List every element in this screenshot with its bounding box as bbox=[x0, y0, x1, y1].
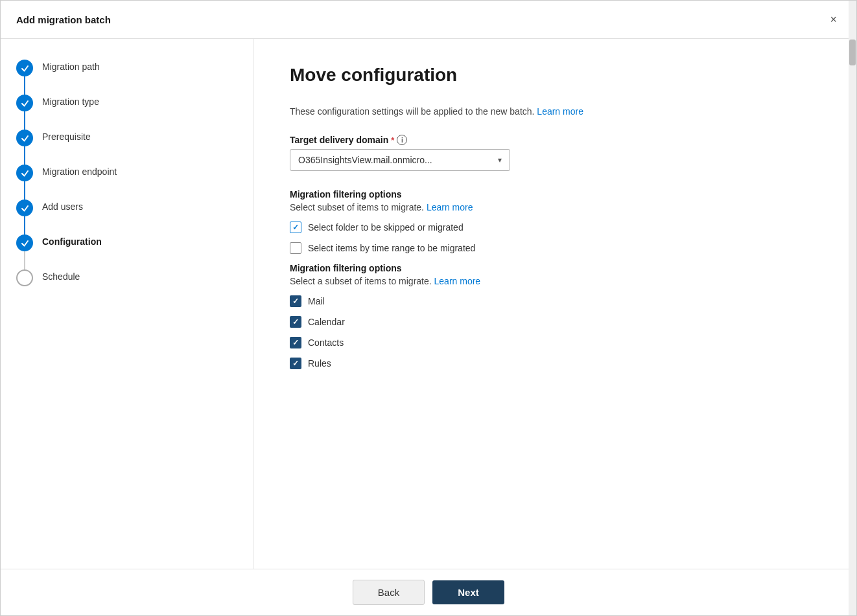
step-line-migration-endpoint bbox=[24, 181, 25, 200]
sidebar: Migration path Migration type bbox=[1, 39, 253, 569]
next-button[interactable]: Next bbox=[432, 580, 504, 604]
checkbox-mail-label: Mail bbox=[308, 296, 325, 306]
checkbox-calendar-label: Calendar bbox=[308, 317, 345, 327]
step-line-migration-path bbox=[24, 76, 25, 95]
filter-section-2-title: Migration filtering options bbox=[290, 263, 820, 273]
step-connector-add-users bbox=[16, 200, 33, 234]
add-migration-batch-dialog: Add migration batch × Migration path bbox=[0, 0, 857, 616]
checkbox-contacts[interactable] bbox=[290, 337, 301, 348]
required-star: * bbox=[391, 135, 394, 145]
info-icon[interactable]: i bbox=[397, 135, 407, 145]
step-row-migration-endpoint: Migration endpoint bbox=[16, 165, 237, 200]
step-line-migration-type bbox=[24, 111, 25, 130]
target-delivery-domain-dropdown[interactable]: O365InsightsView.mail.onmicro... ▾ bbox=[290, 149, 510, 171]
dialog-header: Add migration batch × bbox=[1, 1, 856, 39]
checkbox-calendar[interactable] bbox=[290, 316, 301, 328]
step-label-migration-path: Migration path bbox=[42, 60, 100, 95]
step-circle-migration-endpoint bbox=[16, 165, 33, 181]
step-circle-migration-path bbox=[16, 60, 33, 76]
step-row-schedule: Schedule bbox=[16, 269, 237, 286]
checkbox-time-range[interactable] bbox=[290, 242, 301, 254]
step-circle-prerequisite bbox=[16, 130, 33, 146]
step-row-migration-path: Migration path bbox=[16, 60, 237, 95]
step-circle-migration-type bbox=[16, 95, 33, 111]
checkbox-rules-row: Rules bbox=[290, 358, 820, 369]
filter-section-2-desc: Select a subset of items to migrate. Lea… bbox=[290, 276, 820, 286]
description-text: These configuration settings will be app… bbox=[290, 106, 820, 117]
checkbox-mail-row: Mail bbox=[290, 295, 820, 307]
step-circle-add-users bbox=[16, 200, 33, 216]
step-label-configuration: Configuration bbox=[42, 234, 102, 269]
scrollbar-track bbox=[849, 39, 856, 569]
step-connector-prerequisite bbox=[16, 130, 33, 165]
step-circle-configuration bbox=[16, 234, 33, 251]
checkbox-skip-folder-label: Select folder to be skipped or migrated bbox=[308, 222, 464, 233]
step-line-configuration bbox=[24, 251, 25, 269]
step-label-prerequisite: Prerequisite bbox=[42, 130, 91, 165]
page-title: Move configuration bbox=[290, 65, 820, 86]
step-line-add-users bbox=[24, 216, 25, 234]
checkbox-time-range-label: Select items by time range to be migrate… bbox=[308, 243, 475, 253]
dialog-body: Migration path Migration type bbox=[1, 39, 856, 569]
step-circle-schedule bbox=[16, 269, 33, 286]
filter-section-1-desc: Select subset of items to migrate. Learn… bbox=[290, 202, 820, 212]
filtering-options-section-1: Migration filtering options Select subse… bbox=[290, 189, 820, 254]
step-row-migration-type: Migration type bbox=[16, 95, 237, 130]
dialog-footer: Back Next bbox=[1, 569, 856, 615]
step-label-migration-endpoint: Migration endpoint bbox=[42, 165, 117, 200]
step-label-schedule: Schedule bbox=[42, 269, 80, 286]
main-content: Move configuration These configuration s… bbox=[253, 39, 856, 569]
dialog-title: Add migration batch bbox=[16, 14, 111, 25]
checkbox-skip-folder-row: Select folder to be skipped or migrated bbox=[290, 222, 820, 233]
filter-section-1-title: Migration filtering options bbox=[290, 189, 820, 200]
filter-section-2-learn-more[interactable]: Learn more bbox=[434, 276, 481, 286]
step-row-add-users: Add users bbox=[16, 200, 237, 234]
step-connector-migration-endpoint bbox=[16, 165, 33, 200]
checkbox-calendar-row: Calendar bbox=[290, 316, 820, 328]
step-connector-migration-path bbox=[16, 60, 33, 95]
step-connector-configuration bbox=[16, 234, 33, 269]
step-line-prerequisite bbox=[24, 146, 25, 165]
step-connector-schedule bbox=[16, 269, 33, 286]
filter-section-1-learn-more[interactable]: Learn more bbox=[427, 202, 473, 212]
chevron-down-icon: ▾ bbox=[498, 155, 502, 165]
target-delivery-domain-label: Target delivery domain * i bbox=[290, 135, 820, 145]
step-label-migration-type: Migration type bbox=[42, 95, 99, 130]
step-row-prerequisite: Prerequisite bbox=[16, 130, 237, 165]
step-connector-migration-type bbox=[16, 95, 33, 130]
checkbox-time-range-row: Select items by time range to be migrate… bbox=[290, 242, 820, 254]
checkbox-contacts-label: Contacts bbox=[308, 337, 344, 348]
description-learn-more-link[interactable]: Learn more bbox=[537, 106, 583, 117]
close-button[interactable]: × bbox=[826, 11, 841, 28]
back-button[interactable]: Back bbox=[353, 580, 425, 605]
filtering-options-section-2: Migration filtering options Select a sub… bbox=[290, 263, 820, 369]
dropdown-value: O365InsightsView.mail.onmicro... bbox=[298, 155, 432, 165]
step-row-configuration: Configuration bbox=[16, 234, 237, 269]
step-label-add-users: Add users bbox=[42, 200, 83, 234]
scrollbar-thumb[interactable] bbox=[849, 40, 856, 65]
checkbox-contacts-row: Contacts bbox=[290, 337, 820, 348]
checkbox-skip-folder[interactable] bbox=[290, 222, 301, 233]
checkbox-mail[interactable] bbox=[290, 295, 301, 307]
checkbox-rules[interactable] bbox=[290, 358, 301, 369]
checkbox-rules-label: Rules bbox=[308, 358, 331, 369]
